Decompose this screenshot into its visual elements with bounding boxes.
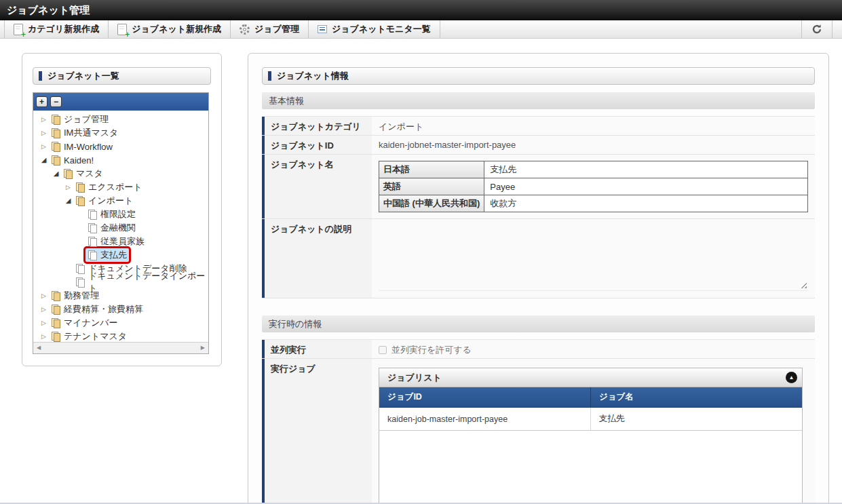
toolbar-button-jobnet-monitor-list[interactable]: ジョブネットモニタ一覧 (309, 20, 440, 38)
tree-item[interactable]: 従業員家族 (33, 235, 208, 248)
jobnet-list-panel: ジョブネット一覧 + − ▷ジョブ管理▷IM共通マスタ▷IM-Workflow◢… (22, 53, 222, 366)
tree-node[interactable]: Kaiden! (49, 155, 96, 166)
new-document-icon (117, 24, 127, 35)
toolbar-button-create-category[interactable]: カテゴリ新規作成 (4, 20, 109, 38)
collapse-icon[interactable]: ◢ (63, 197, 73, 204)
field-label-description: ジョブネットの説明 (262, 219, 372, 298)
tree-item-label: テナントマスタ (64, 330, 127, 343)
tree-node[interactable]: テナントマスタ (49, 330, 129, 343)
category-icon (51, 318, 61, 328)
new-document-icon (14, 24, 23, 35)
tree-node[interactable]: ジョブ管理 (49, 113, 111, 126)
field-label-jobnet-name: ジョブネット名 (262, 155, 372, 218)
parallel-exec-checkbox[interactable] (379, 346, 387, 354)
tree-item[interactable]: ▷マイナンバー (33, 316, 208, 330)
collapse-icon[interactable]: ◢ (51, 170, 61, 177)
tree-item-label: エクスポート (88, 181, 142, 193)
tree-node[interactable]: マイナンバー (49, 316, 120, 330)
tree-item[interactable]: ▷IM共通マスタ (33, 126, 208, 140)
collapse-all-button[interactable]: − (50, 96, 62, 107)
tree-item[interactable]: ▷エクスポート (33, 180, 208, 194)
category-icon (75, 182, 85, 193)
selected-tree-node[interactable]: 支払先 (85, 248, 129, 262)
tree-item[interactable]: ◢インポート (33, 194, 208, 208)
toolbar-button-label: ジョブネットモニタ一覧 (332, 23, 431, 35)
job-table-header-job-name: ジョブ名 (591, 387, 803, 408)
tree-items: ▷ジョブ管理▷IM共通マスタ▷IM-Workflow◢Kaiden!◢マスタ▷エ… (33, 111, 208, 341)
toolbar-button-create-jobnet[interactable]: ジョブネット新規作成 (109, 20, 231, 38)
tree-item-label: ジョブ管理 (64, 113, 109, 125)
tree-item-label: IM共通マスタ (64, 127, 118, 139)
expand-icon[interactable]: ▷ (39, 293, 49, 299)
tree-item[interactable]: ドキュメントデータインポート (33, 275, 208, 289)
tree-node[interactable]: IM-Workflow (49, 141, 115, 153)
language-header-cell: 英語 (379, 178, 484, 195)
jobnet-icon (88, 210, 98, 220)
tree-item[interactable]: ▷テナントマスタ (33, 330, 208, 343)
field-row-jobnet-name: ジョブネット名 日本語支払先英語Payee中国語 (中華人民共和国)收款方 (262, 155, 815, 219)
tree-node[interactable]: 権限設定 (85, 208, 138, 221)
tree-item[interactable]: 支払先 (33, 248, 208, 262)
horizontal-scrollbar[interactable]: ◀ ▶ (33, 342, 208, 353)
resize-grip-icon[interactable] (800, 282, 807, 288)
category-icon (75, 196, 85, 206)
tree-node[interactable]: エクスポート (73, 180, 145, 194)
tree-item[interactable]: 権限設定 (33, 208, 208, 221)
tree-node[interactable]: インポート (73, 194, 135, 208)
field-row-exec-job: 実行ジョブ ジョブリスト ▲ ジョブID ジョブ名 k (262, 359, 815, 504)
job-name-cell: 支払先 (591, 408, 803, 431)
collapse-icon[interactable]: ◢ (39, 157, 49, 163)
tree-toolbar: + − (33, 93, 208, 111)
jobnet-name-table: 日本語支払先英語Payee中国語 (中華人民共和国)收款方 (379, 161, 808, 212)
tree-item[interactable]: ◢マスタ (33, 167, 208, 180)
expand-icon[interactable]: ▷ (39, 334, 49, 340)
tree-item[interactable]: 金融機関 (33, 221, 208, 235)
refresh-icon (811, 24, 822, 35)
job-id-cell: kaiden-job-master-import-payee (379, 408, 591, 431)
toolbar-button-label: カテゴリ新規作成 (28, 23, 99, 35)
tree-node[interactable]: マスタ (61, 167, 105, 180)
tree-item[interactable]: ▷経費精算・旅費精算 (33, 303, 208, 316)
jobnet-name-row: 日本語支払先 (379, 161, 808, 178)
tree-item-label: マイナンバー (64, 317, 118, 329)
field-label-parallel-exec: 並列実行 (262, 340, 372, 358)
expand-icon[interactable]: ▷ (39, 130, 49, 136)
tree-node[interactable]: IM共通マスタ (49, 126, 120, 140)
collapse-button[interactable]: ▲ (786, 372, 797, 383)
job-table-row[interactable]: kaiden-job-master-import-payee支払先 (379, 408, 802, 431)
tree-node[interactable]: 経費精算・旅費精算 (49, 303, 145, 316)
jobnet-list-title: ジョブネット一覧 (47, 70, 119, 82)
tree-item[interactable]: ◢Kaiden! (33, 153, 208, 167)
field-label-exec-job: 実行ジョブ (262, 359, 372, 504)
expand-icon[interactable]: ▷ (39, 117, 49, 123)
list-icon (318, 25, 327, 33)
field-label-category: ジョブネットカテゴリ (262, 117, 372, 135)
job-table-header-job-id: ジョブID (379, 387, 591, 408)
tree-item[interactable]: ▷ジョブ管理 (33, 113, 208, 126)
tree-node[interactable]: 金融機関 (85, 221, 138, 235)
tree-item[interactable]: ▷IM-Workflow (33, 140, 208, 153)
jobnet-description-textarea[interactable] (379, 225, 808, 291)
tree-node[interactable]: 勤務管理 (49, 289, 101, 303)
expand-icon[interactable]: ▷ (63, 185, 73, 191)
field-label-jobnet-id: ジョブネットID (262, 136, 372, 154)
expand-icon[interactable]: ▷ (39, 144, 49, 150)
section-header-runtime: 実行時の情報 (262, 315, 815, 332)
basic-info-form: ジョブネットカテゴリ インポート ジョブネットID kaiden-jobnet-… (262, 116, 815, 298)
scroll-left-arrow-icon[interactable]: ◀ (37, 345, 41, 351)
field-value-jobnet-id: kaiden-jobnet-master-import-payee (372, 136, 815, 154)
jobnet-icon (88, 250, 98, 260)
title-bar: ジョブネット管理 (0, 0, 842, 20)
category-icon (51, 332, 61, 342)
expand-icon[interactable]: ▷ (39, 320, 49, 326)
category-icon (63, 169, 73, 179)
scroll-right-arrow-icon[interactable]: ▶ (201, 345, 205, 351)
expand-all-button[interactable]: + (36, 96, 47, 107)
expand-icon[interactable]: ▷ (39, 307, 49, 313)
tree-item-label: 金融機関 (100, 222, 136, 234)
category-icon (51, 128, 61, 138)
toolbar-button-job-management[interactable]: ジョブ管理 (231, 20, 309, 38)
parallel-exec-checkbox-label: 並列実行を許可する (391, 345, 472, 355)
refresh-button[interactable] (801, 20, 833, 38)
tree-node[interactable]: 従業員家族 (85, 235, 147, 248)
